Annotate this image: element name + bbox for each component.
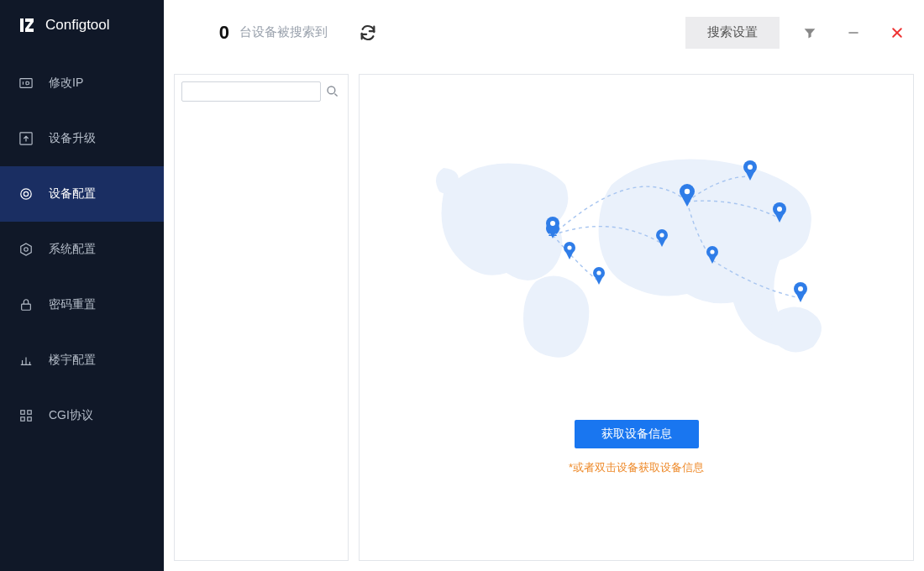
sidebar: Configtool 修改IP 设备升级 设备配置 系统配置 密码重置 楼 bbox=[0, 0, 164, 571]
svg-point-4 bbox=[24, 248, 28, 251]
svg-point-24 bbox=[748, 165, 753, 170]
sidebar-item-cgi[interactable]: CGI协议 bbox=[0, 388, 164, 443]
search-icon bbox=[326, 85, 339, 98]
grid-icon bbox=[18, 408, 34, 423]
svg-point-20 bbox=[684, 189, 689, 194]
lock-icon bbox=[18, 297, 34, 312]
device-search-row bbox=[175, 75, 348, 108]
close-button[interactable] bbox=[884, 19, 911, 46]
refresh-button[interactable] bbox=[356, 21, 380, 45]
sidebar-item-system-config[interactable]: 系统配置 bbox=[0, 222, 164, 277]
device-search-input[interactable] bbox=[181, 81, 321, 102]
app-logo-row: Configtool bbox=[0, 0, 164, 55]
ip-icon bbox=[18, 76, 34, 91]
main-area: 0 台设备被搜索到 搜索设置 bbox=[164, 0, 924, 571]
sidebar-item-label: 系统配置 bbox=[49, 242, 96, 257]
svg-rect-8 bbox=[21, 417, 24, 421]
svg-rect-6 bbox=[21, 411, 24, 414]
upload-icon bbox=[18, 131, 34, 146]
svg-point-26 bbox=[777, 207, 782, 212]
app-logo-icon bbox=[17, 15, 37, 35]
svg-point-16 bbox=[596, 270, 601, 275]
device-count: 0 bbox=[189, 22, 229, 44]
svg-point-18 bbox=[659, 233, 664, 237]
topbar: 0 台设备被搜索到 搜索设置 bbox=[164, 0, 924, 65]
target-icon bbox=[18, 186, 34, 202]
refresh-icon bbox=[359, 24, 377, 42]
funnel-icon bbox=[803, 26, 816, 39]
svg-rect-9 bbox=[28, 417, 31, 421]
sidebar-item-label: 设备配置 bbox=[49, 186, 96, 202]
svg-point-2 bbox=[21, 189, 31, 199]
content-area: 获取设备信息 *或者双击设备获取设备信息 bbox=[164, 65, 924, 571]
sidebar-item-label: 设备升级 bbox=[49, 131, 96, 146]
map-icon bbox=[418, 134, 855, 369]
sidebar-item-label: 修改IP bbox=[49, 76, 83, 91]
sidebar-item-device-config[interactable]: 设备配置 bbox=[0, 166, 164, 222]
svg-rect-5 bbox=[22, 304, 31, 310]
sidebar-item-password-reset[interactable]: 密码重置 bbox=[0, 277, 164, 333]
svg-point-12 bbox=[550, 221, 555, 226]
app-title: Configtool bbox=[45, 17, 110, 34]
minimize-icon bbox=[847, 26, 860, 39]
search-button[interactable] bbox=[324, 83, 341, 100]
get-device-info-button[interactable]: 获取设备信息 bbox=[575, 420, 699, 448]
sidebar-item-label: CGI协议 bbox=[49, 408, 93, 423]
sidebar-item-modify-ip[interactable]: 修改IP bbox=[0, 55, 164, 111]
device-count-label: 台设备被搜索到 bbox=[239, 24, 328, 40]
svg-point-22 bbox=[710, 249, 714, 254]
device-list-panel bbox=[174, 74, 349, 561]
sidebar-item-label: 楼宇配置 bbox=[49, 353, 96, 368]
sidebar-item-building-config[interactable]: 楼宇配置 bbox=[0, 333, 164, 388]
chart-icon bbox=[18, 353, 34, 368]
dropdown-filter-button[interactable] bbox=[796, 19, 823, 46]
sidebar-item-label: 密码重置 bbox=[49, 297, 96, 312]
detail-panel: 获取设备信息 *或者双击设备获取设备信息 bbox=[359, 74, 914, 561]
sidebar-item-upgrade[interactable]: 设备升级 bbox=[0, 111, 164, 166]
close-icon bbox=[890, 26, 904, 39]
world-map-illustration bbox=[418, 134, 855, 369]
nut-icon bbox=[18, 242, 34, 257]
svg-point-3 bbox=[24, 191, 28, 196]
svg-rect-7 bbox=[28, 411, 31, 414]
svg-point-28 bbox=[798, 286, 803, 291]
hint-label: 或者双击设备获取设备信息 bbox=[573, 461, 704, 474]
search-settings-button[interactable]: 搜索设置 bbox=[685, 17, 780, 49]
hint-text: *或者双击设备获取设备信息 bbox=[569, 460, 704, 475]
svg-point-14 bbox=[567, 245, 571, 249]
minimize-button[interactable] bbox=[840, 19, 867, 46]
svg-point-10 bbox=[328, 86, 335, 94]
